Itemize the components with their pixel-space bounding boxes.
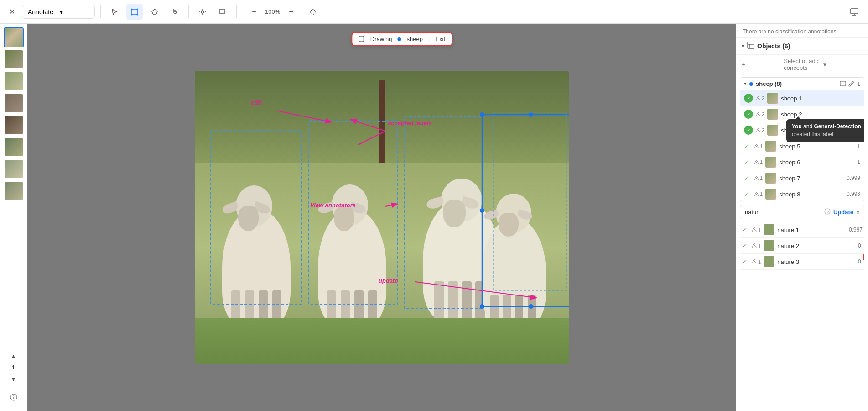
annotation-item-sheep1[interactable]: ✓ 2 sheep.1 <box>740 90 864 106</box>
svg-point-61 <box>754 227 755 229</box>
item-score-sheep6: 1 <box>857 159 860 165</box>
group-color-dot <box>749 82 753 86</box>
help-icon[interactable]: ? <box>824 208 831 216</box>
svg-rect-40 <box>748 42 754 48</box>
item-thumb-sheep6 <box>765 157 776 168</box>
annotation-item-sheep7[interactable]: ✓ 1 sheep.7 0.999 <box>740 170 864 186</box>
main-content: ▲ 1 ▼ Drawing sheep | Exit <box>0 24 868 411</box>
polygon-tool[interactable] <box>146 4 163 20</box>
check-icon-sheep6: ✓ <box>744 159 751 166</box>
nature-check-2: ✓ <box>742 242 749 249</box>
person-count-sheep2: 2 <box>756 111 764 117</box>
sheep-image <box>195 71 569 364</box>
toolbar-separator <box>100 5 101 18</box>
update-input[interactable] <box>745 209 821 216</box>
bounding-box-tool[interactable] <box>126 4 143 20</box>
group-icons <box>840 81 854 87</box>
info-button[interactable] <box>7 391 20 404</box>
thumbnail-item-1[interactable] <box>4 27 24 47</box>
thumbnail-panel: ▲ 1 ▼ <box>0 24 27 411</box>
annotation-item-sheep4[interactable]: ✓ 2 sheep.4 <box>740 122 864 138</box>
item-label-sheep8: sheep.8 <box>779 191 844 198</box>
annotation-item-sheep6[interactable]: ✓ 1 sheep.6 1 <box>740 154 864 170</box>
svg-point-45 <box>845 81 846 82</box>
nature-label-1: nature.1 <box>777 227 846 233</box>
nature-score-3: 0. <box>858 258 863 265</box>
annotation-item-sheep8[interactable]: ✓ 1 sheep.8 0.996 <box>740 186 864 202</box>
svg-point-18 <box>359 36 359 37</box>
nature-item-2[interactable]: ✓ 1 nature.2 0. <box>740 238 864 254</box>
svg-point-57 <box>756 176 758 178</box>
item-score-sheep8: 0.996 <box>847 191 860 197</box>
toolbar: ✕ Annotate ▾ − 100% + <box>0 0 868 24</box>
check-icon-sheep7: ✓ <box>744 175 751 182</box>
item-thumb-sheep8 <box>765 189 776 200</box>
svg-rect-11 <box>851 9 858 14</box>
sheep-concept-group: ▾ sheep (8) 1 ✓ 2 <box>740 77 864 202</box>
zoom-in-button[interactable]: + <box>283 4 299 20</box>
nature-person-1: 1 <box>752 227 761 233</box>
svg-point-55 <box>756 144 758 146</box>
item-label-sheep4: sheep.4 <box>781 127 837 134</box>
select-tool[interactable] <box>106 4 123 20</box>
monitor-button[interactable] <box>846 4 863 20</box>
add-concepts-label: Select or add concepts <box>784 58 823 71</box>
thumbnail-item-7[interactable] <box>4 159 24 179</box>
add-concepts-row[interactable]: + Select or add concepts ▾ <box>736 55 868 74</box>
person-count-sheep4: 2 <box>756 127 764 133</box>
thumbnail-item-6[interactable] <box>4 137 24 157</box>
close-button[interactable]: ✕ <box>5 5 18 18</box>
item-thumb-sheep7 <box>765 173 776 184</box>
group-count: 1 <box>857 81 860 87</box>
svg-rect-17 <box>359 37 364 41</box>
annotation-item-sheep2[interactable]: ✓ 2 sheep.2 You and General-Detection cr… <box>740 106 864 122</box>
nature-item-3[interactable]: ✓ 1 nature.3 0. <box>740 254 864 270</box>
item-label-sheep5: sheep.5 <box>779 143 854 150</box>
svg-rect-10 <box>220 9 224 14</box>
page-up-button[interactable]: ▲ <box>7 350 20 363</box>
annotation-item-sheep5[interactable]: ✓ 1 sheep.5 1 <box>740 138 864 154</box>
hand-tool[interactable] <box>166 4 183 20</box>
svg-point-50 <box>758 128 759 130</box>
route-tool[interactable] <box>305 4 321 20</box>
thumbnail-item-5[interactable] <box>4 115 24 135</box>
item-thumb-sheep2 <box>767 109 778 120</box>
update-button[interactable]: Update <box>833 209 853 216</box>
canvas-area[interactable]: Drawing sheep | Exit <box>27 24 736 411</box>
thumbnail-item-4[interactable] <box>4 93 24 113</box>
brightness-tool[interactable] <box>194 4 211 20</box>
item-actions-sheep4 <box>840 127 860 133</box>
nature-thumb-1 <box>764 224 774 235</box>
thumbnail-item-3[interactable] <box>4 71 24 91</box>
nature-item-1[interactable]: ✓ 1 nature.1 0.997 <box>740 222 864 238</box>
zoom-out-button[interactable]: − <box>246 4 262 20</box>
svg-point-1 <box>131 8 133 10</box>
update-close-button[interactable]: × <box>856 209 860 216</box>
zoom-level: 100% <box>265 8 280 15</box>
add-concepts-plus-icon: + <box>742 61 781 68</box>
drawing-exit-button[interactable]: Exit <box>435 36 445 42</box>
check-icon-sheep5: ✓ <box>744 143 751 150</box>
nature-check-1: ✓ <box>742 227 749 233</box>
svg-point-46 <box>840 85 841 86</box>
annotate-dropdown[interactable]: Annotate ▾ <box>22 5 95 19</box>
add-concepts-chevron-icon: ▾ <box>823 61 863 68</box>
person-count-sheep7: 1 <box>754 175 763 181</box>
scroll-indicator <box>863 254 864 260</box>
thumbnail-item-2[interactable] <box>4 49 24 69</box>
svg-point-44 <box>840 81 841 82</box>
panel-scroll: ▾ sheep (8) 1 ✓ 2 <box>736 74 868 411</box>
svg-point-49 <box>758 112 759 114</box>
sheep-group-header[interactable]: ▾ sheep (8) 1 <box>740 78 864 90</box>
classification-note: There are no classification annotations. <box>736 24 868 38</box>
svg-point-16 <box>13 395 14 396</box>
objects-icon <box>747 42 754 51</box>
page-down-button[interactable]: ▼ <box>7 373 20 385</box>
objects-chevron[interactable]: ▾ <box>742 43 744 49</box>
crop-tool[interactable] <box>214 4 231 20</box>
objects-title: Objects (6) <box>757 42 863 50</box>
thumbnail-item-8[interactable] <box>4 181 24 201</box>
check-icon-sheep8: ✓ <box>744 191 751 198</box>
item-label-sheep6: sheep.6 <box>779 159 854 166</box>
nature-person-3: 1 <box>752 259 761 265</box>
